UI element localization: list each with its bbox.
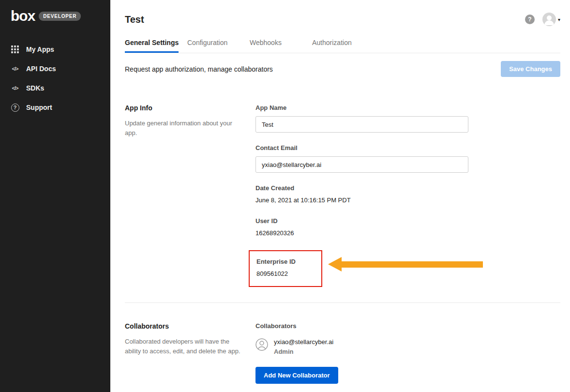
help-icon[interactable]: ?	[525, 15, 535, 24]
header-actions: ? ▾	[525, 13, 560, 26]
app-name-group: App Name	[255, 104, 478, 133]
sidebar-item-my-apps[interactable]: My Apps	[11, 40, 110, 59]
contact-email-group: Contact Email	[255, 144, 478, 173]
app-info-form: App Name Contact Email Date Created June…	[255, 104, 478, 287]
collaborators-list: Collaborators yxiao@stellarcyber.ai Admi…	[255, 322, 478, 384]
tab-webhooks[interactable]: Webhooks	[250, 39, 312, 53]
collaborator-details: yxiao@stellarcyber.ai Admin	[274, 338, 333, 355]
collaborator-row: yxiao@stellarcyber.ai Admin	[255, 338, 478, 355]
section-heading: Collaborators	[125, 322, 241, 330]
section-description: Update general information about your ap…	[125, 119, 241, 138]
annotation-arrow-icon	[328, 257, 483, 271]
sidebar-item-api-docs[interactable]: </> API Docs	[11, 59, 110, 78]
section-divider	[125, 302, 560, 303]
code-icon: </>	[11, 64, 19, 73]
sidebar-item-support[interactable]: ? Support	[11, 98, 110, 117]
question-circle-icon: ?	[11, 103, 19, 112]
app-name-input[interactable]	[255, 116, 468, 133]
grid-icon	[11, 45, 19, 54]
main-content: Test ? ▾ General Settings Configuration …	[110, 0, 570, 392]
sidebar-item-label: SDKs	[26, 84, 44, 92]
app-name-label: App Name	[255, 104, 478, 111]
user-id-label: User ID	[255, 217, 478, 225]
contact-email-input[interactable]	[255, 156, 468, 173]
add-new-collaborator-button[interactable]: Add New Collaborator	[255, 367, 338, 384]
box-logo: box	[11, 9, 35, 23]
code-icon: </>	[11, 84, 19, 92]
box-logo-row: box DEVELOPER	[11, 9, 110, 23]
tab-general-settings[interactable]: General Settings	[125, 39, 187, 53]
app-info-section: App Info Update general information abou…	[125, 104, 560, 287]
collaborators-section: Collaborators Collaborated developers wi…	[125, 322, 560, 384]
arrow-shaft	[342, 261, 483, 268]
collaborators-intro: Collaborators Collaborated developers wi…	[125, 322, 255, 384]
subheader: Request app authorization, manage collab…	[125, 53, 560, 84]
tab-bar: General Settings Configuration Webhooks …	[125, 39, 560, 53]
subheader-description: Request app authorization, manage collab…	[125, 65, 273, 73]
sidebar: box DEVELOPER My Apps </> API Docs </> S…	[0, 0, 110, 392]
enterprise-id-group: Enterprise ID 809561022	[255, 250, 478, 287]
collaborator-role: Admin	[274, 348, 333, 355]
app-info-intro: App Info Update general information abou…	[125, 104, 255, 287]
enterprise-id-label: Enterprise ID	[256, 258, 314, 265]
sidebar-item-sdks[interactable]: </> SDKs	[11, 78, 110, 98]
collaborators-list-label: Collaborators	[255, 322, 478, 330]
enterprise-id-value: 809561022	[256, 270, 314, 277]
contact-email-label: Contact Email	[255, 144, 478, 151]
sidebar-item-label: My Apps	[26, 45, 54, 53]
sidebar-item-label: API Docs	[26, 65, 56, 73]
page-title: Test	[125, 14, 144, 25]
avatar	[542, 13, 556, 26]
enterprise-id-highlight-box: Enterprise ID 809561022	[249, 250, 322, 287]
date-created-label: Date Created	[255, 184, 478, 192]
arrow-head-icon	[328, 257, 342, 271]
tab-authorization[interactable]: Authorization	[312, 39, 375, 53]
chevron-down-icon: ▾	[558, 17, 560, 22]
date-created-value: June 8, 2021 at 10:16:15 PM PDT	[255, 196, 478, 204]
date-created-group: Date Created June 8, 2021 at 10:16:15 PM…	[255, 184, 478, 204]
user-id-value: 16268920326	[255, 229, 478, 237]
account-menu[interactable]: ▾	[542, 13, 560, 26]
section-heading: App Info	[125, 104, 241, 112]
collaborator-avatar	[255, 338, 268, 351]
tab-configuration[interactable]: Configuration	[187, 39, 250, 53]
collaborator-email: yxiao@stellarcyber.ai	[274, 338, 333, 346]
section-description: Collaborated developers will have the ab…	[125, 337, 241, 356]
page-header: Test ? ▾	[125, 0, 560, 26]
sidebar-item-label: Support	[26, 104, 52, 111]
save-changes-button[interactable]: Save Changes	[501, 61, 560, 77]
developer-badge: DEVELOPER	[39, 12, 81, 21]
user-id-group: User ID 16268920326	[255, 217, 478, 237]
